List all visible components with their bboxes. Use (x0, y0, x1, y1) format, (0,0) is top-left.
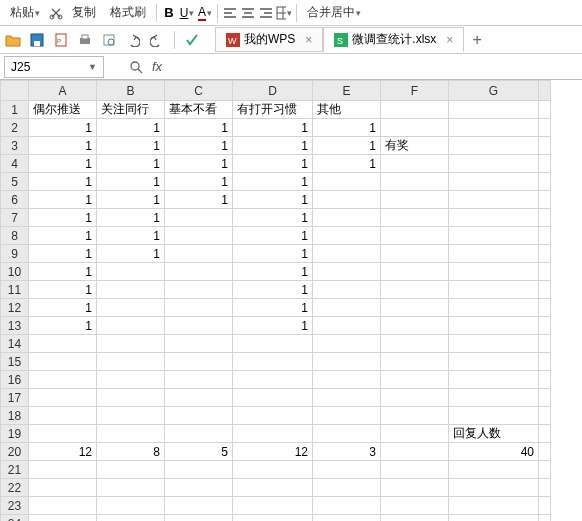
cell-C19[interactable] (165, 425, 233, 443)
cell-D17[interactable] (233, 389, 313, 407)
cell-B20[interactable]: 8 (97, 443, 165, 461)
cell-F20[interactable] (381, 443, 449, 461)
cell-F17[interactable] (381, 389, 449, 407)
cell-F6[interactable] (381, 191, 449, 209)
tab-wps-home[interactable]: W 我的WPS × (215, 27, 323, 52)
cell-C18[interactable] (165, 407, 233, 425)
cell-F8[interactable] (381, 227, 449, 245)
row-header-2[interactable]: 2 (1, 119, 29, 137)
cell-G9[interactable] (449, 245, 539, 263)
cell-G10[interactable] (449, 263, 539, 281)
row-header-10[interactable]: 10 (1, 263, 29, 281)
redo-icon[interactable] (148, 31, 166, 49)
row-header-3[interactable]: 3 (1, 137, 29, 155)
cell-A16[interactable] (29, 371, 97, 389)
cell-B19[interactable] (97, 425, 165, 443)
cell-A20[interactable]: 12 (29, 443, 97, 461)
cell-A23[interactable] (29, 497, 97, 515)
cell-B6[interactable]: 1 (97, 191, 165, 209)
cell-G17[interactable] (449, 389, 539, 407)
cell-A14[interactable] (29, 335, 97, 353)
cell-D13[interactable]: 1 (233, 317, 313, 335)
cell-E13[interactable] (313, 317, 381, 335)
select-all-corner[interactable] (1, 81, 29, 101)
row-header-4[interactable]: 4 (1, 155, 29, 173)
cell-A18[interactable] (29, 407, 97, 425)
cell-A11[interactable]: 1 (29, 281, 97, 299)
row-header-21[interactable]: 21 (1, 461, 29, 479)
paste-dropdown[interactable]: 粘贴▾ (4, 2, 46, 23)
cell-E17[interactable] (313, 389, 381, 407)
cut-icon[interactable] (48, 5, 64, 21)
cell-A5[interactable]: 1 (29, 173, 97, 191)
name-box[interactable]: J25 ▼ (4, 56, 104, 78)
cell-D10[interactable]: 1 (233, 263, 313, 281)
cell-A24[interactable] (29, 515, 97, 522)
cell-C16[interactable] (165, 371, 233, 389)
cell-E11[interactable] (313, 281, 381, 299)
cell-D9[interactable]: 1 (233, 245, 313, 263)
cell-E23[interactable] (313, 497, 381, 515)
cell-A7[interactable]: 1 (29, 209, 97, 227)
cell-G5[interactable] (449, 173, 539, 191)
row-header-14[interactable]: 14 (1, 335, 29, 353)
cell-E16[interactable] (313, 371, 381, 389)
cell-F13[interactable] (381, 317, 449, 335)
cell-C20[interactable]: 5 (165, 443, 233, 461)
fx-label[interactable]: fx (152, 59, 162, 74)
row-header-20[interactable]: 20 (1, 443, 29, 461)
cell-C7[interactable] (165, 209, 233, 227)
cell-C14[interactable] (165, 335, 233, 353)
cell-A10[interactable]: 1 (29, 263, 97, 281)
cell-F10[interactable] (381, 263, 449, 281)
cell-G15[interactable] (449, 353, 539, 371)
cell-C21[interactable] (165, 461, 233, 479)
open-icon[interactable] (4, 31, 22, 49)
format-painter-button[interactable]: 格式刷 (104, 2, 152, 23)
cell-F1[interactable] (381, 101, 449, 119)
cell-F11[interactable] (381, 281, 449, 299)
cell-C13[interactable] (165, 317, 233, 335)
cell-B9[interactable]: 1 (97, 245, 165, 263)
cell-D21[interactable] (233, 461, 313, 479)
cell-F23[interactable] (381, 497, 449, 515)
row-header-18[interactable]: 18 (1, 407, 29, 425)
cell-A21[interactable] (29, 461, 97, 479)
cell-F21[interactable] (381, 461, 449, 479)
cell-C11[interactable] (165, 281, 233, 299)
col-header-D[interactable]: D (233, 81, 313, 101)
cell-D2[interactable]: 1 (233, 119, 313, 137)
cell-E22[interactable] (313, 479, 381, 497)
cell-B1[interactable]: 关注同行 (97, 101, 165, 119)
cell-C15[interactable] (165, 353, 233, 371)
cell-B17[interactable] (97, 389, 165, 407)
align-left-icon[interactable] (222, 5, 238, 21)
cell-F5[interactable] (381, 173, 449, 191)
cell-C22[interactable] (165, 479, 233, 497)
tab-current-file[interactable]: S 微调查统计.xlsx × (323, 27, 464, 52)
cell-E4[interactable]: 1 (313, 155, 381, 173)
merge-center-button[interactable]: 合并居中▾ (301, 2, 367, 23)
cell-C17[interactable] (165, 389, 233, 407)
cell-C2[interactable]: 1 (165, 119, 233, 137)
cell-G20[interactable]: 40 (449, 443, 539, 461)
cell-C3[interactable]: 1 (165, 137, 233, 155)
cell-B4[interactable]: 1 (97, 155, 165, 173)
cell-C8[interactable] (165, 227, 233, 245)
cell-B23[interactable] (97, 497, 165, 515)
copy-button[interactable]: 复制 (66, 2, 102, 23)
cell-F16[interactable] (381, 371, 449, 389)
cell-G8[interactable] (449, 227, 539, 245)
cell-B7[interactable]: 1 (97, 209, 165, 227)
row-header-5[interactable]: 5 (1, 173, 29, 191)
cell-D6[interactable]: 1 (233, 191, 313, 209)
cell-B12[interactable] (97, 299, 165, 317)
new-tab-button[interactable]: + (464, 28, 489, 52)
cell-E3[interactable]: 1 (313, 137, 381, 155)
cell-G16[interactable] (449, 371, 539, 389)
cell-D8[interactable]: 1 (233, 227, 313, 245)
cell-B15[interactable] (97, 353, 165, 371)
cell-E21[interactable] (313, 461, 381, 479)
cell-B21[interactable] (97, 461, 165, 479)
cell-E20[interactable]: 3 (313, 443, 381, 461)
